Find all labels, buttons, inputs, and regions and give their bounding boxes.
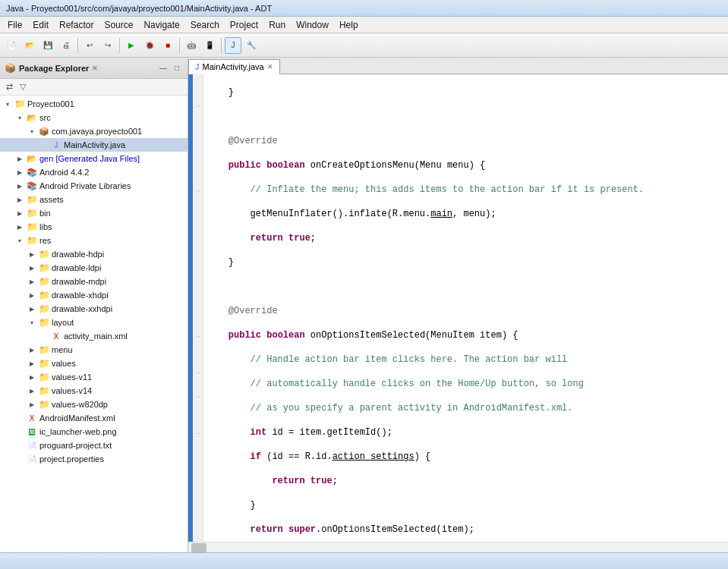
- fold-marker-9[interactable]: [193, 171, 203, 184]
- tree-item-ic-launcher[interactable]: ▶ 🖼 ic_launcher-web.png: [0, 425, 188, 439]
- toolbar-run[interactable]: ▶: [123, 37, 140, 54]
- toolbar-back[interactable]: ↩: [81, 37, 98, 54]
- tree-icon-values-v11: 📁: [38, 371, 50, 383]
- toolbar-debug[interactable]: 🐞: [141, 37, 158, 54]
- fold-marker-34[interactable]: [193, 475, 203, 487]
- toolbar-perspective-debug[interactable]: 🔧: [243, 37, 260, 54]
- fold-marker-26[interactable]: [193, 378, 203, 390]
- fold-marker-31[interactable]: [193, 439, 203, 451]
- fold-marker-14[interactable]: [193, 232, 203, 244]
- toolbar-avd[interactable]: 📱: [201, 37, 218, 54]
- fold-marker-28[interactable]: [193, 402, 203, 414]
- fold-marker-32[interactable]: [193, 451, 203, 463]
- tree-item-proguard[interactable]: ▶ 📄 proguard-project.txt: [0, 439, 188, 452]
- toolbar-fwd[interactable]: ↪: [99, 37, 116, 54]
- tree-item-menu[interactable]: ▶ 📁 menu: [0, 343, 188, 357]
- fold-marker-13[interactable]: [193, 220, 203, 232]
- tree-item-values-w820dp[interactable]: ▶ 📁 values-w820dp: [0, 398, 188, 411]
- hscroll-thumb[interactable]: [191, 543, 206, 552]
- toolbar-btn2[interactable]: 📂: [21, 37, 38, 54]
- tree-item-androidprivate[interactable]: ▶ 📚 Android Private Libraries: [0, 179, 188, 193]
- fold-marker-29[interactable]: [193, 414, 203, 426]
- toolbar-sep1: [77, 38, 78, 53]
- fold-marker-8[interactable]: [193, 159, 203, 171]
- fold-marker-22[interactable]: -: [193, 329, 203, 341]
- tab-mainactivity[interactable]: J MainActivity.java ✕: [188, 59, 280, 74]
- tree-item-values-v11[interactable]: ▶ 📁 values-v11: [0, 370, 188, 384]
- fold-marker-18[interactable]: [193, 281, 203, 293]
- menu-refactor[interactable]: Refactor: [55, 18, 98, 32]
- fold-marker-20[interactable]: [193, 305, 203, 317]
- tree-item-gen[interactable]: ▶ 📂 gen [Generated Java Files]: [0, 152, 188, 165]
- fold-marker-23[interactable]: [193, 341, 203, 354]
- fold-marker-10[interactable]: -: [193, 184, 203, 196]
- fold-marker-21[interactable]: [193, 317, 203, 329]
- tree-item-drawable-xxhdpi[interactable]: ▶ 📁 drawable-xxhdpi: [0, 302, 188, 316]
- tree-item-proyecto001[interactable]: ▾ 📁 Proyecto001: [0, 97, 188, 111]
- tree-item-drawable-mdpi[interactable]: ▶ 📁 drawable-mdpi: [0, 275, 188, 288]
- sidebar-minimize-btn[interactable]: —: [157, 62, 169, 74]
- menu-window[interactable]: Window: [292, 18, 333, 32]
- fold-marker-37[interactable]: [193, 511, 203, 523]
- fold-marker-17[interactable]: [193, 269, 203, 281]
- tree-item-drawable-ldpi[interactable]: ▶ 📁 drawable-ldpi: [0, 261, 188, 275]
- tree-item-pkg[interactable]: ▾ 📦 com.javaya.proyecto001: [0, 124, 188, 138]
- fold-marker-1[interactable]: [193, 74, 203, 86]
- tree-item-bin[interactable]: ▶ 📁 bin: [0, 206, 188, 220]
- menu-search[interactable]: Search: [186, 18, 224, 32]
- fold-marker-5[interactable]: [193, 123, 203, 135]
- toolbar-stop[interactable]: ■: [159, 37, 176, 54]
- fold-marker-25[interactable]: -: [193, 366, 203, 378]
- tree-item-libs[interactable]: ▶ 📁 libs: [0, 220, 188, 234]
- tree-label-layout: layout: [52, 318, 74, 327]
- tree-item-values[interactable]: ▶ 📁 values: [0, 357, 188, 370]
- tree-item-res[interactable]: ▾ 📁 res: [0, 234, 188, 247]
- fold-marker-36[interactable]: [193, 499, 203, 511]
- fold-marker-6[interactable]: [193, 135, 203, 147]
- fold-marker-33[interactable]: [193, 463, 203, 475]
- fold-marker-4[interactable]: [193, 111, 203, 123]
- tree-item-layout[interactable]: ▾ 📁 layout: [0, 316, 188, 329]
- tree-item-assets[interactable]: ▶ 📁 assets: [0, 193, 188, 206]
- toolbar-btn3[interactable]: 💾: [39, 37, 56, 54]
- editor-hscroll[interactable]: [188, 542, 728, 552]
- tree-item-values-v14[interactable]: ▶ 📁 values-v14: [0, 384, 188, 398]
- menu-edit[interactable]: Edit: [28, 18, 53, 32]
- menu-file[interactable]: File: [3, 18, 27, 32]
- fold-marker-7[interactable]: [193, 147, 203, 159]
- code-area[interactable]: } @Override public boolean onCreateOptio…: [203, 74, 728, 542]
- fold-marker-11[interactable]: [193, 196, 203, 208]
- menu-run[interactable]: Run: [264, 18, 290, 32]
- menu-source[interactable]: Source: [99, 18, 137, 32]
- toolbar-btn4[interactable]: 🖨: [58, 37, 74, 54]
- sidebar-maximize-btn[interactable]: □: [171, 62, 183, 74]
- fold-marker-3[interactable]: -: [193, 99, 203, 111]
- tree-item-drawable-xhdpi[interactable]: ▶ 📁 drawable-xhdpi: [0, 288, 188, 302]
- fold-marker-16[interactable]: [193, 256, 203, 269]
- tree-item-src[interactable]: ▾ 📂 src: [0, 111, 188, 124]
- menu-project[interactable]: Project: [225, 18, 263, 32]
- fold-marker-30[interactable]: -: [193, 426, 203, 439]
- tree-item-drawable-hdpi[interactable]: ▶ 📁 drawable-hdpi: [0, 247, 188, 261]
- tree-item-projectprops[interactable]: ▶ 📄 project.properties: [0, 452, 188, 466]
- fold-marker-27[interactable]: -: [193, 390, 203, 402]
- toolbar-android[interactable]: 🤖: [183, 37, 200, 54]
- sidebar-sync-btn[interactable]: ⇄: [3, 81, 15, 93]
- sidebar-collapse-btn[interactable]: ▽: [17, 81, 29, 93]
- fold-marker-24[interactable]: [193, 354, 203, 366]
- menu-help[interactable]: Help: [335, 18, 363, 32]
- toolbar-perspective-java[interactable]: J: [225, 37, 241, 54]
- tree-item-androidmanifest[interactable]: ▶ X AndroidManifest.xml: [0, 411, 188, 425]
- tree-container[interactable]: ▾ 📁 Proyecto001 ▾ 📂 src ▾ 📦 com.javaya.p…: [0, 96, 188, 552]
- menu-navigate[interactable]: Navigate: [139, 18, 184, 32]
- toolbar-new[interactable]: 📄: [3, 37, 20, 54]
- fold-marker-35[interactable]: [193, 487, 203, 499]
- tree-item-activity-main[interactable]: ▶ X activity_main.xml: [0, 329, 188, 343]
- fold-marker-15[interactable]: [193, 244, 203, 256]
- tab-close-mainactivity[interactable]: ✕: [267, 63, 273, 71]
- fold-marker-12[interactable]: [193, 208, 203, 220]
- tree-item-mainactivity[interactable]: ▶ J MainActivity.java: [0, 138, 188, 152]
- tree-item-android442[interactable]: ▶ 📚 Android 4.4.2: [0, 165, 188, 179]
- fold-marker-2[interactable]: [193, 86, 203, 99]
- fold-marker-19[interactable]: [193, 293, 203, 305]
